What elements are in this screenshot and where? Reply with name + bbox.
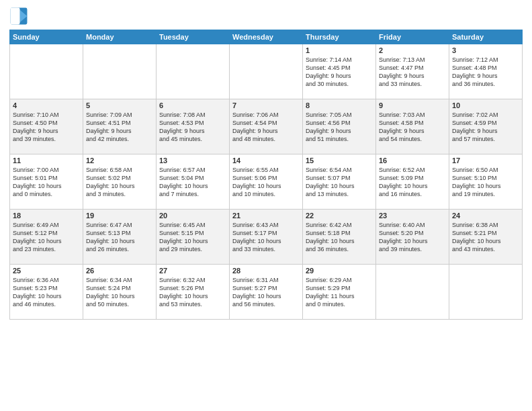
calendar-cell: 3Sunrise: 7:12 AM Sunset: 4:48 PM Daylig… <box>449 44 523 99</box>
cell-info: Sunrise: 6:57 AM Sunset: 5:04 PM Dayligh… <box>159 166 226 199</box>
svg-rect-2 <box>11 8 20 25</box>
calendar-cell: 2Sunrise: 7:13 AM Sunset: 4:47 PM Daylig… <box>376 44 449 99</box>
day-number: 15 <box>306 156 373 165</box>
cell-info: Sunrise: 6:58 AM Sunset: 5:02 PM Dayligh… <box>86 166 153 199</box>
day-number: 19 <box>86 212 153 220</box>
cell-info: Sunrise: 7:09 AM Sunset: 4:51 PM Dayligh… <box>86 111 153 144</box>
calendar-cell: 18Sunrise: 6:49 AM Sunset: 5:12 PM Dayli… <box>10 210 83 265</box>
calendar-cell: 29Sunrise: 6:29 AM Sunset: 5:29 PM Dayli… <box>303 265 376 320</box>
day-number: 1 <box>306 46 373 54</box>
cell-info: Sunrise: 6:29 AM Sunset: 5:29 PM Dayligh… <box>306 276 373 309</box>
header <box>9 7 523 26</box>
calendar-cell: 11Sunrise: 7:00 AM Sunset: 5:01 PM Dayli… <box>10 154 83 210</box>
header-monday: Monday <box>83 30 157 44</box>
day-number: 12 <box>86 156 153 165</box>
day-number: 8 <box>306 101 373 109</box>
calendar-cell: 17Sunrise: 6:50 AM Sunset: 5:10 PM Dayli… <box>449 154 523 210</box>
calendar-cell: 12Sunrise: 6:58 AM Sunset: 5:02 PM Dayli… <box>83 154 157 210</box>
calendar-table: Sunday Monday Tuesday Wednesday Thursday… <box>9 30 523 320</box>
calendar-cell: 21Sunrise: 6:43 AM Sunset: 5:17 PM Dayli… <box>230 210 303 265</box>
day-number: 27 <box>159 267 226 275</box>
day-number: 3 <box>452 46 519 54</box>
cell-info: Sunrise: 7:02 AM Sunset: 4:59 PM Dayligh… <box>452 111 519 144</box>
cell-info: Sunrise: 7:13 AM Sunset: 4:47 PM Dayligh… <box>379 56 446 89</box>
calendar-cell: 26Sunrise: 6:34 AM Sunset: 5:24 PM Dayli… <box>83 265 157 320</box>
day-number: 14 <box>232 156 300 165</box>
day-number: 22 <box>306 212 373 220</box>
day-number: 23 <box>379 212 446 220</box>
day-number: 4 <box>13 101 80 109</box>
calendar-cell: 22Sunrise: 6:42 AM Sunset: 5:18 PM Dayli… <box>303 210 376 265</box>
calendar-cell <box>449 265 523 320</box>
cell-info: Sunrise: 6:36 AM Sunset: 5:23 PM Dayligh… <box>13 276 80 309</box>
logo-icon <box>9 7 28 26</box>
day-number: 29 <box>306 267 373 275</box>
day-number: 26 <box>86 267 153 275</box>
calendar-week-row: 11Sunrise: 7:00 AM Sunset: 5:01 PM Dayli… <box>10 154 523 210</box>
calendar-cell: 28Sunrise: 6:31 AM Sunset: 5:27 PM Dayli… <box>230 265 303 320</box>
calendar-cell: 19Sunrise: 6:47 AM Sunset: 5:13 PM Dayli… <box>83 210 157 265</box>
calendar-cell: 9Sunrise: 7:03 AM Sunset: 4:58 PM Daylig… <box>376 99 449 154</box>
cell-info: Sunrise: 6:38 AM Sunset: 5:21 PM Dayligh… <box>452 221 519 254</box>
cell-info: Sunrise: 7:03 AM Sunset: 4:58 PM Dayligh… <box>379 111 446 144</box>
cell-info: Sunrise: 7:05 AM Sunset: 4:56 PM Dayligh… <box>306 111 373 144</box>
cell-info: Sunrise: 7:14 AM Sunset: 4:45 PM Dayligh… <box>306 56 373 89</box>
cell-info: Sunrise: 7:00 AM Sunset: 5:01 PM Dayligh… <box>13 166 80 199</box>
cell-info: Sunrise: 6:42 AM Sunset: 5:18 PM Dayligh… <box>306 221 373 254</box>
calendar-cell: 14Sunrise: 6:55 AM Sunset: 5:06 PM Dayli… <box>230 154 303 210</box>
calendar-cell <box>157 44 230 99</box>
calendar-cell: 15Sunrise: 6:54 AM Sunset: 5:07 PM Dayli… <box>303 154 376 210</box>
calendar-cell: 8Sunrise: 7:05 AM Sunset: 4:56 PM Daylig… <box>303 99 376 154</box>
day-number: 5 <box>86 101 153 109</box>
cell-info: Sunrise: 6:54 AM Sunset: 5:07 PM Dayligh… <box>306 166 373 199</box>
calendar-cell: 20Sunrise: 6:45 AM Sunset: 5:15 PM Dayli… <box>157 210 230 265</box>
day-number: 10 <box>452 101 519 109</box>
calendar-cell: 16Sunrise: 6:52 AM Sunset: 5:09 PM Dayli… <box>376 154 449 210</box>
calendar-cell <box>230 44 303 99</box>
cell-info: Sunrise: 7:08 AM Sunset: 4:53 PM Dayligh… <box>159 111 226 144</box>
day-number: 9 <box>379 101 446 109</box>
cell-info: Sunrise: 6:43 AM Sunset: 5:17 PM Dayligh… <box>232 221 300 254</box>
day-number: 16 <box>379 156 446 165</box>
calendar-cell <box>376 265 449 320</box>
cell-info: Sunrise: 6:49 AM Sunset: 5:12 PM Dayligh… <box>13 221 80 254</box>
calendar-cell: 5Sunrise: 7:09 AM Sunset: 4:51 PM Daylig… <box>83 99 157 154</box>
cell-info: Sunrise: 7:12 AM Sunset: 4:48 PM Dayligh… <box>452 56 519 89</box>
cell-info: Sunrise: 6:31 AM Sunset: 5:27 PM Dayligh… <box>232 276 300 309</box>
calendar-cell: 7Sunrise: 7:06 AM Sunset: 4:54 PM Daylig… <box>230 99 303 154</box>
calendar-cell <box>83 44 157 99</box>
calendar-cell: 1Sunrise: 7:14 AM Sunset: 4:45 PM Daylig… <box>303 44 376 99</box>
day-number: 6 <box>159 101 226 109</box>
cell-info: Sunrise: 6:50 AM Sunset: 5:10 PM Dayligh… <box>452 166 519 199</box>
calendar-cell: 10Sunrise: 7:02 AM Sunset: 4:59 PM Dayli… <box>449 99 523 154</box>
day-number: 2 <box>379 46 446 54</box>
day-number: 21 <box>232 212 300 220</box>
calendar-cell: 23Sunrise: 6:40 AM Sunset: 5:20 PM Dayli… <box>376 210 449 265</box>
calendar-week-row: 25Sunrise: 6:36 AM Sunset: 5:23 PM Dayli… <box>10 265 523 320</box>
day-number: 25 <box>13 267 80 275</box>
day-number: 20 <box>159 212 226 220</box>
calendar-cell: 4Sunrise: 7:10 AM Sunset: 4:50 PM Daylig… <box>10 99 83 154</box>
header-wednesday: Wednesday <box>230 30 303 44</box>
header-thursday: Thursday <box>303 30 376 44</box>
day-number: 18 <box>13 212 80 220</box>
calendar-cell: 27Sunrise: 6:32 AM Sunset: 5:26 PM Dayli… <box>157 265 230 320</box>
page: Sunday Monday Tuesday Wednesday Thursday… <box>0 0 532 411</box>
cell-info: Sunrise: 6:47 AM Sunset: 5:13 PM Dayligh… <box>86 221 153 254</box>
calendar-cell <box>10 44 83 99</box>
calendar-week-row: 18Sunrise: 6:49 AM Sunset: 5:12 PM Dayli… <box>10 210 523 265</box>
day-number: 17 <box>452 156 519 165</box>
header-saturday: Saturday <box>449 30 523 44</box>
calendar-cell: 6Sunrise: 7:08 AM Sunset: 4:53 PM Daylig… <box>157 99 230 154</box>
cell-info: Sunrise: 7:10 AM Sunset: 4:50 PM Dayligh… <box>13 111 80 144</box>
calendar-cell: 24Sunrise: 6:38 AM Sunset: 5:21 PM Dayli… <box>449 210 523 265</box>
cell-info: Sunrise: 6:55 AM Sunset: 5:06 PM Dayligh… <box>232 166 300 199</box>
days-header-row: Sunday Monday Tuesday Wednesday Thursday… <box>10 30 523 44</box>
header-tuesday: Tuesday <box>157 30 230 44</box>
calendar-week-row: 1Sunrise: 7:14 AM Sunset: 4:45 PM Daylig… <box>10 44 523 99</box>
day-number: 7 <box>232 101 300 109</box>
cell-info: Sunrise: 6:32 AM Sunset: 5:26 PM Dayligh… <box>159 276 226 309</box>
day-number: 11 <box>13 156 80 165</box>
day-number: 28 <box>232 267 300 275</box>
cell-info: Sunrise: 6:40 AM Sunset: 5:20 PM Dayligh… <box>379 221 446 254</box>
